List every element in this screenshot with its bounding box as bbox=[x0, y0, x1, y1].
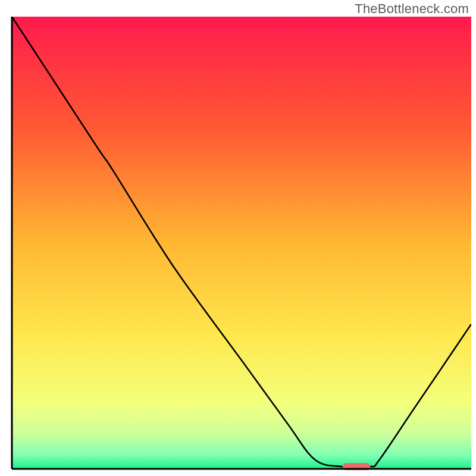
bottleneck-chart: TheBottleneck.com bbox=[0, 0, 476, 476]
gradient-background bbox=[12, 17, 471, 469]
watermark-text: TheBottleneck.com bbox=[355, 1, 469, 17]
chart-svg bbox=[0, 0, 476, 476]
plot-area bbox=[12, 17, 471, 470]
